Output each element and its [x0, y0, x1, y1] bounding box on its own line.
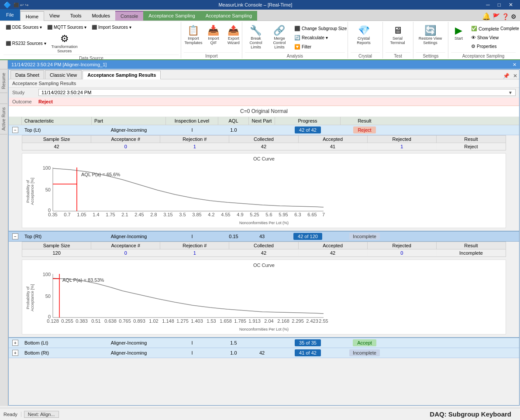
col-aql: AQL	[218, 117, 249, 125]
sidebar-tab-active-runs[interactable]: Active Runs	[0, 103, 8, 134]
start-btn[interactable]: ▶ Start	[451, 24, 466, 42]
close-btn[interactable]: ✕	[505, 2, 517, 8]
daq-label: DAQ: Subgroup Keyboard	[430, 410, 511, 418]
rs232-sources-btn[interactable]: ⬛ RS232 Sources ▾	[3, 32, 48, 55]
sub-header-top-lt: Sample Size Acceptance # Rejection # Col…	[22, 135, 506, 143]
svg-text:2.55: 2.55	[319, 318, 328, 324]
char-aql-bottom-lt: 1.5	[218, 339, 249, 347]
sub-collected-top-lt: 42	[229, 143, 298, 150]
ribbon-group-label-settings: Settings	[416, 52, 445, 58]
settings-icon[interactable]: ⚙	[511, 13, 517, 20]
sub-data-top-lt: 42 0 1 42 41 1 Reject	[22, 143, 506, 150]
sidebar-tab-resume[interactable]: Resume	[0, 69, 8, 93]
svg-text:3.5: 3.5	[179, 212, 186, 217]
ribbon-group-analysis: 🔧 Break ControlLimits 🔗 Merge ControlLim…	[242, 22, 348, 58]
expand-top-rt-btn[interactable]: −	[12, 233, 18, 239]
dde-sources-btn[interactable]: ⬛ DDE Sources ▾	[3, 24, 44, 31]
svg-text:4.2: 4.2	[208, 212, 214, 217]
change-subgroup-btn[interactable]: ⬛ Change Subgroup Size	[292, 24, 349, 33]
char-aql-top-lt: 1.0	[218, 126, 249, 134]
tab-tools[interactable]: Tools	[65, 11, 87, 20]
import-sources-btn[interactable]: ⬛ Import Sources ▾	[90, 24, 133, 31]
col-progress: Progress	[275, 117, 341, 125]
svg-text:AQL P(a) = 65.6%: AQL P(a) = 65.6%	[81, 172, 120, 177]
tab-acceptance-sampling-2[interactable]: Acceptance Sampling	[200, 11, 257, 20]
ribbon-group-label-analysis: Analysis	[245, 52, 345, 58]
svg-text:50: 50	[45, 187, 51, 192]
expand-top-lt-btn[interactable]: −	[12, 127, 18, 133]
properties-btn[interactable]: ⚙ Properties	[468, 42, 520, 51]
tab-data-sheet[interactable]: Data Sheet	[10, 70, 44, 79]
svg-text:1.785: 1.785	[234, 318, 246, 324]
svg-text:0.383: 0.383	[76, 318, 88, 324]
ribbon-group-data-source: ⬛ DDE Sources ▾ ⬛ MQTT Sources ▾ ⬛ Impor…	[2, 22, 181, 58]
notification-bell[interactable]: 🔔	[482, 12, 491, 20]
sub-col-accepted: Accepted	[299, 136, 368, 143]
sub-col-sample-size: Sample Size	[22, 136, 91, 143]
expand-bottom-lt-btn[interactable]: +	[12, 340, 18, 346]
svg-text:1.53: 1.53	[207, 318, 216, 324]
svg-text:5.95: 5.95	[279, 212, 288, 217]
svg-text:2.295: 2.295	[292, 318, 304, 324]
filter-btn[interactable]: 🔽 Filter	[292, 43, 349, 51]
tab-home[interactable]: Home	[20, 11, 44, 21]
bottom-status-bar: Ready Next: Align... DAQ: Subgroup Keybo…	[0, 408, 520, 420]
minimize-btn[interactable]: ─	[482, 2, 493, 8]
panel-pin-icon[interactable]: 📌	[501, 73, 511, 79]
break-control-btn[interactable]: 🔧 Break ControlLimits	[245, 24, 267, 51]
help-icon[interactable]: ❓	[502, 13, 509, 20]
sub-acceptance-num-top-lt: 0	[91, 143, 160, 150]
tab-acceptance-results[interactable]: Acceptance Sampling Results	[83, 71, 161, 79]
svg-text:2.1: 2.1	[121, 212, 128, 217]
sub-rejection-num-top-lt: 1	[160, 143, 229, 150]
tab-acceptance-sampling-1[interactable]: Acceptance Sampling	[143, 11, 200, 20]
tab-classic-view[interactable]: Classic View	[45, 70, 82, 79]
col-characteristic: Characteristic	[22, 117, 92, 125]
sub-sample-size-top-lt: 42	[22, 143, 91, 150]
char-progress-bottom-rt: 41 of 42	[275, 348, 341, 358]
study-dropdown[interactable]: 11/14/2022 3:50:24 PM ▼	[38, 89, 516, 96]
tab-file[interactable]: File	[0, 9, 20, 20]
left-sidebar: Resume Active Runs	[0, 60, 8, 406]
restore-view-btn[interactable]: 🔄 Restore ViewSettings	[416, 24, 444, 46]
tab-console[interactable]: Console	[115, 11, 143, 20]
merge-control-btn[interactable]: 🔗 Merge ControlLimits	[269, 24, 290, 51]
show-view-btn[interactable]: 👁 Show View	[468, 34, 520, 41]
crystal-reports-btn[interactable]: 💎 CrystalReports	[351, 24, 377, 46]
chart-title-top-lt: OC Curve	[25, 156, 503, 161]
transformation-sources-btn[interactable]: ⚙ TransformationSources	[49, 32, 80, 55]
svg-text:1.275: 1.275	[176, 318, 189, 324]
recalculate-btn[interactable]: 🔄 Recalculate ▾	[292, 34, 349, 42]
panel-close-icon[interactable]: ✕	[511, 73, 519, 79]
char-name-bottom-lt: Bottom (Lt)	[22, 339, 92, 347]
main-tabs: Data Sheet Classic View Acceptance Sampl…	[9, 70, 519, 79]
tab-modules[interactable]: Modules	[86, 11, 115, 20]
svg-text:2.45: 2.45	[134, 212, 144, 217]
svg-text:2.423: 2.423	[306, 318, 318, 324]
char-level-bottom-lt: I	[166, 339, 218, 347]
sub-result-top-lt: Reject	[437, 143, 506, 150]
char-progress-bottom-lt: 35 of 35	[275, 338, 341, 348]
svg-text:2.04: 2.04	[264, 318, 273, 324]
svg-text:2.168: 2.168	[277, 318, 289, 324]
svg-text:50: 50	[45, 294, 51, 299]
svg-text:1.75: 1.75	[106, 212, 115, 217]
title-bar-title: MeasurLink Console – [Real-Time]	[218, 2, 292, 7]
ribbon: ⬛ DDE Sources ▾ ⬛ MQTT Sources ▾ ⬛ Impor…	[0, 21, 520, 60]
serial-terminal-btn[interactable]: 🖥 SerialTerminal	[386, 24, 410, 46]
ribbon-group-acceptance-sampling: ▶ Start ✅ CompleteComplete 👁 Show View ⚙…	[448, 22, 518, 58]
mqtt-sources-btn[interactable]: ⬛ MQTT Sources ▾	[45, 24, 89, 31]
restore-btn[interactable]: □	[494, 2, 504, 8]
expand-bottom-rt-btn[interactable]: +	[12, 350, 18, 356]
complete-btn[interactable]: ✅ CompleteComplete	[468, 24, 520, 33]
sub-rejected-top-lt: 1	[368, 143, 437, 150]
import-templates-btn[interactable]: 📋 ImportTemplates	[184, 24, 203, 46]
tab-view[interactable]: View	[44, 11, 65, 20]
import-qif-btn[interactable]: 📥 ImportQIF	[205, 24, 222, 46]
export-wizard-btn[interactable]: 📤 ExportWizard	[224, 24, 243, 46]
svg-text:0.893: 0.893	[133, 318, 145, 324]
flag-icon[interactable]: 🚩	[492, 13, 500, 20]
ribbon-tabs: File Home View Tools Modules Console Acc…	[0, 10, 520, 21]
svg-text:0.765: 0.765	[119, 318, 131, 324]
window-close-icon[interactable]: ✕	[513, 62, 517, 68]
